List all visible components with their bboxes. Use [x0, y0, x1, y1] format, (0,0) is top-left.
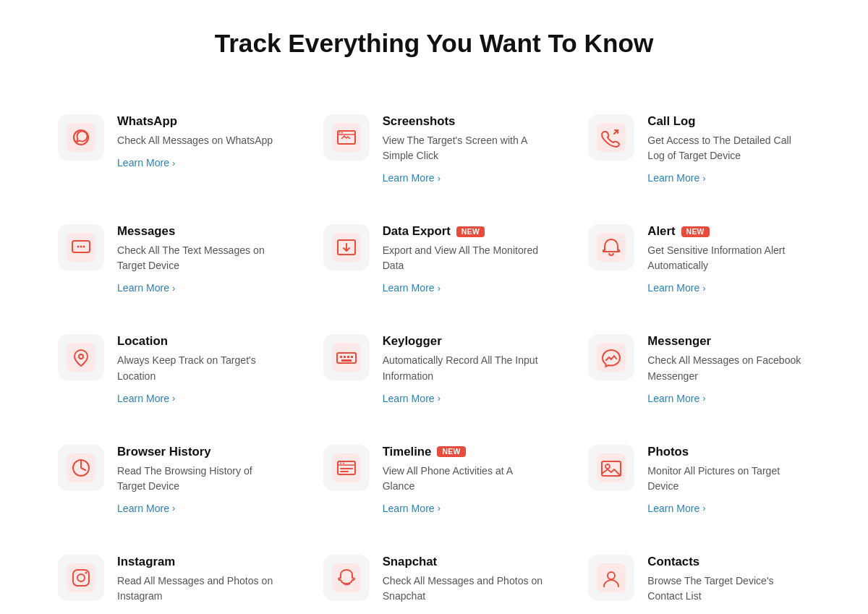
- icon-messages: [58, 224, 104, 270]
- title-screenshots: Screenshots: [383, 114, 456, 129]
- feature-item-alert: Alert New Get Sensitive Information Aler…: [566, 204, 832, 314]
- badge-new-data-export: New: [456, 226, 485, 237]
- content-messages: Messages Check All The Text Messages on …: [117, 224, 280, 294]
- title-row-browser-history: Browser History: [117, 445, 280, 459]
- chevron-icon-timeline: ›: [438, 503, 441, 513]
- learn-more-photos[interactable]: Learn More ›: [647, 503, 810, 514]
- learn-more-browser-history[interactable]: Learn More ›: [117, 503, 280, 514]
- title-row-contacts: Contacts: [647, 555, 810, 569]
- svg-rect-20: [344, 356, 346, 358]
- content-photos: Photos Monitor All Pictures on Target De…: [647, 445, 810, 514]
- learn-more-keylogger[interactable]: Learn More ›: [383, 393, 545, 404]
- svg-rect-23: [341, 359, 352, 362]
- content-browser-history: Browser History Read The Browsing Histor…: [117, 445, 280, 514]
- content-call-log: Call Log Get Access to The Detailed Call…: [647, 114, 810, 184]
- svg-rect-21: [347, 356, 349, 358]
- icon-messenger: [588, 334, 634, 380]
- feature-item-keylogger: Keylogger Automatically Record All The I…: [302, 314, 567, 424]
- feature-item-photos: Photos Monitor All Pictures on Target De…: [566, 425, 832, 534]
- feature-item-instagram: Instagram Read All Messages and Photos o…: [36, 534, 302, 614]
- title-contacts: Contacts: [647, 555, 699, 569]
- svg-point-10: [80, 246, 82, 248]
- feature-item-contacts: Contacts Browse The Target Device's Cont…: [566, 534, 832, 614]
- icon-instagram: [58, 555, 104, 601]
- desc-call-log: Get Access to The Detailed Call Log of T…: [647, 133, 810, 163]
- title-snapchat: Snapchat: [383, 555, 438, 569]
- content-instagram: Instagram Read All Messages and Photos o…: [117, 555, 280, 614]
- icon-location: [58, 334, 104, 380]
- icon-alert: [588, 224, 634, 270]
- icon-data-export: [323, 224, 370, 270]
- title-row-screenshots: Screenshots: [383, 114, 545, 129]
- title-timeline: Timeline: [383, 445, 432, 459]
- icon-screenshots: [323, 114, 370, 161]
- content-alert: Alert New Get Sensitive Information Aler…: [647, 224, 810, 294]
- icon-call-log: [588, 114, 634, 161]
- title-row-messenger: Messenger: [647, 334, 810, 349]
- title-row-messages: Messages: [117, 224, 280, 239]
- chevron-icon-whatsapp: ›: [172, 158, 175, 169]
- desc-snapchat: Check All Messages and Photos on Snapcha…: [383, 574, 545, 604]
- learn-more-alert[interactable]: Learn More ›: [647, 282, 810, 294]
- icon-contacts: [588, 555, 634, 601]
- svg-point-9: [77, 246, 80, 248]
- title-photos: Photos: [647, 445, 689, 459]
- content-whatsapp: WhatsApp Check All Messages on WhatsApp …: [117, 114, 273, 169]
- svg-point-37: [85, 571, 88, 574]
- title-row-instagram: Instagram: [117, 555, 280, 569]
- svg-rect-6: [597, 123, 626, 152]
- svg-point-29: [340, 462, 341, 464]
- title-row-alert: Alert New: [647, 224, 810, 239]
- chevron-icon-messages: ›: [172, 283, 175, 294]
- learn-more-call-log[interactable]: Learn More ›: [647, 172, 810, 184]
- title-row-keylogger: Keylogger: [383, 334, 545, 349]
- badge-new-alert: New: [681, 226, 710, 237]
- learn-more-whatsapp[interactable]: Learn More ›: [117, 157, 273, 169]
- title-instagram: Instagram: [117, 555, 175, 569]
- content-screenshots: Screenshots View The Target's Screen wit…: [383, 114, 545, 184]
- title-row-photos: Photos: [647, 445, 810, 459]
- feature-item-messenger: Messenger Check All Messages on Facebook…: [566, 314, 832, 424]
- title-row-call-log: Call Log: [647, 114, 810, 129]
- content-keylogger: Keylogger Automatically Record All The I…: [383, 334, 545, 404]
- icon-snapchat: [323, 555, 370, 601]
- chevron-icon-messenger: ›: [702, 393, 705, 404]
- svg-rect-0: [67, 123, 95, 152]
- badge-new-timeline: New: [437, 446, 465, 457]
- content-timeline: Timeline New View All Phone Activities a…: [383, 445, 545, 514]
- learn-more-screenshots[interactable]: Learn More ›: [383, 172, 545, 184]
- learn-more-location[interactable]: Learn More ›: [117, 393, 280, 404]
- title-row-timeline: Timeline New: [383, 445, 545, 459]
- chevron-icon-alert: ›: [702, 283, 705, 294]
- desc-photos: Monitor All Pictures on Target Device: [647, 464, 810, 494]
- feature-item-messages: Messages Check All The Text Messages on …: [36, 204, 302, 314]
- learn-more-timeline[interactable]: Learn More ›: [383, 503, 545, 514]
- chevron-icon-keylogger: ›: [438, 393, 441, 404]
- svg-rect-15: [67, 343, 95, 372]
- svg-point-30: [343, 462, 344, 464]
- svg-rect-19: [340, 356, 342, 358]
- feature-item-snapchat: Snapchat Check All Messages and Photos o…: [302, 534, 567, 614]
- desc-timeline: View All Phone Activities at A Glance: [383, 464, 545, 494]
- svg-rect-22: [351, 356, 353, 358]
- svg-rect-39: [597, 563, 626, 592]
- learn-more-messages[interactable]: Learn More ›: [117, 282, 280, 294]
- desc-contacts: Browse The Target Device's Contact List: [647, 574, 810, 604]
- icon-timeline: [323, 445, 370, 491]
- content-data-export: Data Export New Export and View All The …: [383, 224, 545, 294]
- icon-browser-history: [58, 445, 104, 491]
- title-keylogger: Keylogger: [383, 334, 442, 349]
- title-messages: Messages: [117, 224, 175, 239]
- title-whatsapp: WhatsApp: [117, 114, 177, 129]
- page-title: Track Everything You Want To Know: [14, 29, 854, 58]
- desc-browser-history: Read The Browsing History of Target Devi…: [117, 464, 280, 494]
- learn-more-messenger[interactable]: Learn More ›: [647, 393, 810, 404]
- title-alert: Alert: [647, 224, 675, 239]
- content-messenger: Messenger Check All Messages on Facebook…: [647, 334, 810, 404]
- feature-item-timeline: Timeline New View All Phone Activities a…: [302, 425, 567, 534]
- learn-more-data-export[interactable]: Learn More ›: [383, 282, 545, 294]
- desc-instagram: Read All Messages and Photos on Instagra…: [117, 574, 280, 604]
- title-row-data-export: Data Export New: [383, 224, 545, 239]
- content-location: Location Always Keep Track on Target's L…: [117, 334, 280, 404]
- chevron-icon-screenshots: ›: [438, 173, 441, 184]
